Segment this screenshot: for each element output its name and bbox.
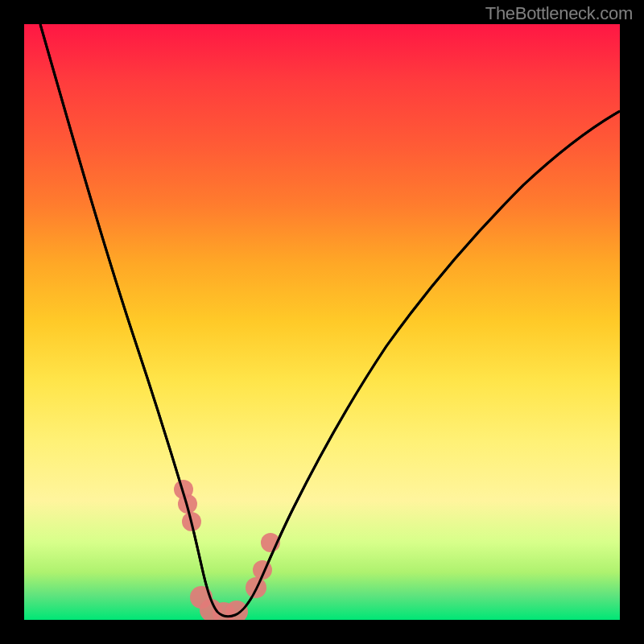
- marker-group: [174, 480, 280, 620]
- chart-frame: TheBottleneck.com: [0, 0, 644, 644]
- bottleneck-curve-overlay: [40, 24, 620, 617]
- plot-area: [24, 24, 620, 620]
- curve-svg: [24, 24, 620, 620]
- watermark-text: TheBottleneck.com: [485, 3, 633, 24]
